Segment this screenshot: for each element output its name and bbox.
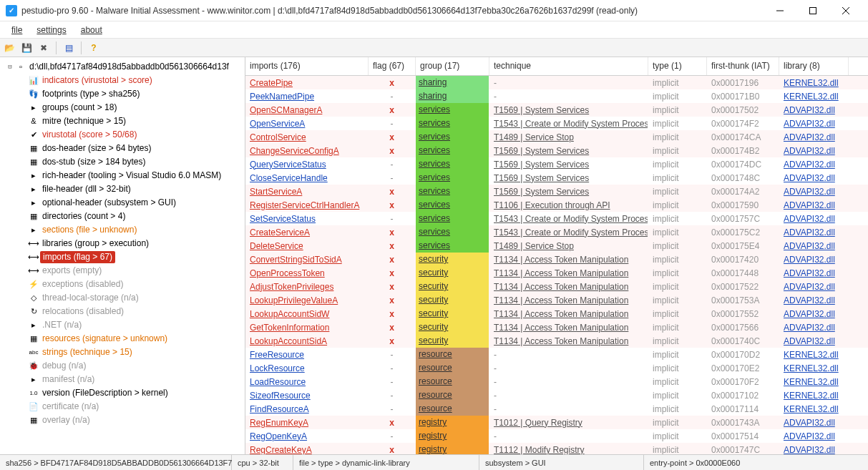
- tree-item[interactable]: ▦ dos-stub (size > 184 bytes): [14, 155, 243, 169]
- import-name-link[interactable]: ChangeServiceConfigA: [250, 146, 339, 156]
- import-name-link[interactable]: LockResource: [250, 363, 305, 373]
- tree-root-node[interactable]: ⊟ ▫ d:\dll,bfd4717af84d918d5abbaddb0d561…: [1, 60, 243, 74]
- table-row[interactable]: RegEnumKeyA x registry T1012 | Query Reg…: [245, 416, 868, 429]
- tree-item[interactable]: ▸ groups (count > 18): [14, 101, 243, 114]
- library-link[interactable]: ADVAPI32.dll: [784, 214, 835, 224]
- group-cell[interactable]: security: [416, 334, 489, 348]
- technique-link[interactable]: T1134 | Access Token Manipulation: [494, 323, 628, 333]
- technique-link[interactable]: T1569 | System Services: [494, 187, 589, 197]
- library-link[interactable]: ADVAPI32.dll: [784, 173, 835, 183]
- import-name-link[interactable]: AdjustTokenPrivileges: [250, 282, 333, 292]
- technique-link[interactable]: T1134 | Access Token Manipulation: [494, 255, 628, 265]
- group-cell[interactable]: security: [416, 293, 489, 307]
- group-cell[interactable]: security: [416, 280, 489, 293]
- import-name-link[interactable]: RegCreateKeyA: [250, 445, 312, 455]
- group-cell[interactable]: registry: [416, 429, 489, 443]
- group-cell[interactable]: security: [416, 320, 489, 334]
- library-link[interactable]: ADVAPI32.dll: [784, 282, 835, 292]
- library-link[interactable]: ADVAPI32.dll: [784, 255, 835, 265]
- tree-item[interactable]: 👣 footprints (type > sha256): [14, 87, 243, 101]
- library-link[interactable]: KERNEL32.dll: [784, 391, 839, 401]
- tree-item[interactable]: 📄 certificate (n/a): [14, 400, 243, 413]
- table-row[interactable]: RegisterServiceCtrlHandlerA x services T…: [245, 198, 868, 212]
- report-icon[interactable]: ▤: [62, 41, 75, 54]
- table-row[interactable]: ChangeServiceConfigA x services T1569 | …: [245, 144, 868, 157]
- technique-link[interactable]: T1543 | Create or Modify System Process: [494, 119, 648, 129]
- table-row[interactable]: RegCreateKeyA x registry T1112 | Modify …: [245, 443, 868, 454]
- group-cell[interactable]: services: [416, 225, 489, 239]
- table-row[interactable]: CreateServiceA x services T1543 | Create…: [245, 225, 868, 239]
- library-link[interactable]: KERNEL32.dll: [784, 404, 839, 414]
- group-cell[interactable]: security: [416, 266, 489, 280]
- table-row[interactable]: LockResource - resource - implicit 0x000…: [245, 361, 868, 375]
- import-name-link[interactable]: PeekNamedPipe: [250, 92, 314, 102]
- import-name-link[interactable]: CreateServiceA: [250, 227, 310, 238]
- import-name-link[interactable]: SetServiceStatus: [250, 214, 316, 224]
- table-row[interactable]: GetTokenInformation x security T1134 | A…: [245, 320, 868, 334]
- tree-item[interactable]: ▦ dos-header (size > 64 bytes): [14, 142, 243, 155]
- library-link[interactable]: ADVAPI32.dll: [784, 132, 835, 142]
- import-name-link[interactable]: LookupAccountSidW: [250, 309, 329, 319]
- group-cell[interactable]: resource: [416, 348, 489, 361]
- group-cell[interactable]: security: [416, 253, 489, 266]
- group-cell[interactable]: resource: [416, 361, 489, 375]
- collapse-icon[interactable]: ⊟: [6, 61, 14, 73]
- import-name-link[interactable]: RegOpenKeyA: [250, 431, 307, 441]
- technique-link[interactable]: T1569 | System Services: [494, 105, 589, 115]
- table-row[interactable]: AdjustTokenPrivileges x security T1134 |…: [245, 280, 868, 293]
- library-link[interactable]: ADVAPI32.dll: [784, 187, 835, 197]
- library-link[interactable]: ADVAPI32.dll: [784, 445, 835, 455]
- open-icon[interactable]: 📂: [3, 41, 16, 54]
- delete-icon[interactable]: ✖: [37, 41, 50, 54]
- group-cell[interactable]: services: [416, 171, 489, 185]
- table-row[interactable]: LookupAccountSidA x security T1134 | Acc…: [245, 334, 868, 348]
- table-row[interactable]: SetServiceStatus - services T1543 | Crea…: [245, 212, 868, 225]
- tree-item[interactable]: ▦ resources (signature > unknown): [14, 332, 243, 346]
- col-flag[interactable]: flag (67): [369, 57, 416, 75]
- import-name-link[interactable]: OpenServiceA: [250, 119, 305, 129]
- col-library[interactable]: library (8): [779, 57, 849, 75]
- import-name-link[interactable]: RegisterServiceCtrlHandlerA: [250, 200, 359, 210]
- save-icon[interactable]: 💾: [20, 41, 33, 54]
- table-row[interactable]: FindResourceA - resource - implicit 0x00…: [245, 402, 868, 416]
- table-row[interactable]: CloseServiceHandle - services T1569 | Sy…: [245, 171, 868, 185]
- library-link[interactable]: ADVAPI32.dll: [784, 309, 835, 319]
- import-name-link[interactable]: RegEnumKeyA: [250, 418, 308, 428]
- group-cell[interactable]: services: [416, 239, 489, 253]
- close-button[interactable]: [829, 0, 862, 21]
- menu-about[interactable]: about: [74, 24, 109, 36]
- technique-link[interactable]: T1134 | Access Token Manipulation: [494, 268, 628, 278]
- group-cell[interactable]: services: [416, 185, 489, 198]
- group-cell[interactable]: services: [416, 130, 489, 144]
- library-link[interactable]: KERNEL32.dll: [784, 92, 839, 102]
- technique-link[interactable]: T1134 | Access Token Manipulation: [494, 336, 628, 346]
- col-thunk[interactable]: first-thunk (IAT): [707, 57, 779, 75]
- import-name-link[interactable]: ControlService: [250, 132, 306, 142]
- library-link[interactable]: ADVAPI32.dll: [784, 227, 835, 238]
- library-link[interactable]: ADVAPI32.dll: [784, 431, 835, 441]
- technique-link[interactable]: T1569 | System Services: [494, 173, 589, 183]
- table-row[interactable]: FreeResource - resource - implicit 0x000…: [245, 348, 868, 361]
- table-row[interactable]: OpenProcessToken x security T1134 | Acce…: [245, 266, 868, 280]
- group-cell[interactable]: sharing: [416, 76, 489, 89]
- table-row[interactable]: OpenServiceA - services T1543 | Create o…: [245, 117, 868, 130]
- tree-item[interactable]: ✔ virustotal (score > 50/68): [14, 128, 243, 142]
- technique-link[interactable]: T1012 | Query Registry: [494, 418, 582, 428]
- tree-item[interactable]: 1.0 version (FileDescription > kernel): [14, 386, 243, 400]
- table-row[interactable]: LookupAccountSidW x security T1134 | Acc…: [245, 307, 868, 320]
- group-cell[interactable]: services: [416, 144, 489, 157]
- table-body[interactable]: CreatePipe x sharing - implicit 0x000171…: [245, 76, 868, 454]
- tree-item[interactable]: ▦ overlay (n/a): [14, 413, 243, 427]
- tree-item[interactable]: ▸ .NET (n/a): [14, 318, 243, 332]
- import-name-link[interactable]: QueryServiceStatus: [250, 160, 326, 170]
- table-row[interactable]: RegOpenKeyA - registry - implicit 0x0001…: [245, 429, 868, 443]
- library-link[interactable]: KERNEL32.dll: [784, 377, 839, 387]
- help-icon[interactable]: ?: [87, 41, 100, 54]
- import-name-link[interactable]: LookupAccountSidA: [250, 336, 327, 346]
- technique-link[interactable]: T1489 | Service Stop: [494, 132, 574, 142]
- technique-link[interactable]: T1569 | System Services: [494, 160, 589, 170]
- tree-item[interactable]: & mitre (technique > 15): [14, 114, 243, 128]
- library-link[interactable]: ADVAPI32.dll: [784, 160, 835, 170]
- import-name-link[interactable]: DeleteService: [250, 241, 303, 251]
- group-cell[interactable]: services: [416, 157, 489, 171]
